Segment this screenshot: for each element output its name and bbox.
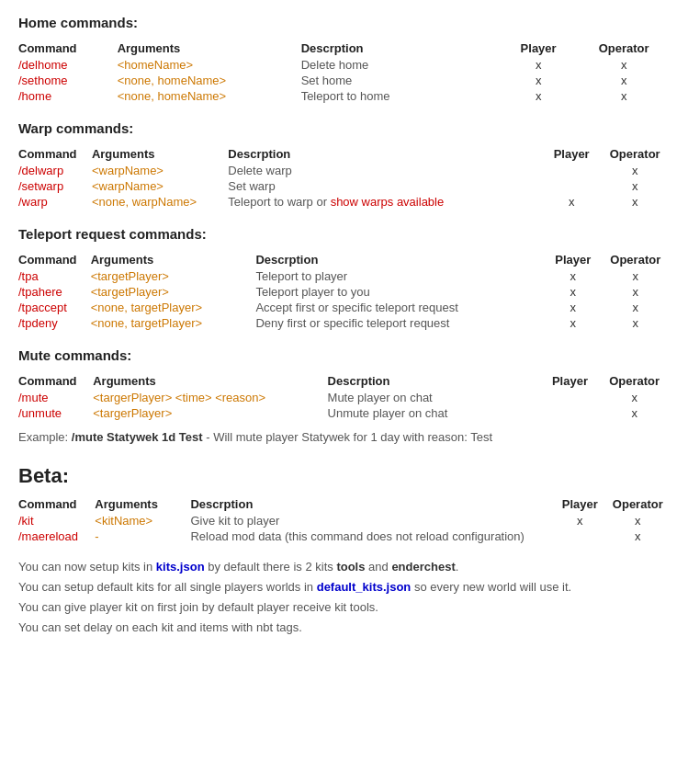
home-commands-table: Command Arguments Descrption Player Oper… — [18, 40, 670, 104]
arg-maereload: - — [95, 528, 190, 544]
desc-tpaccept: Accept first or specific teleport reques… — [255, 300, 545, 315]
arg-setwarp: <warpName> — [92, 178, 228, 194]
cmd-delwarp: /delwarp — [18, 163, 92, 178]
table-row: /warp <none, warpName> Teleport to warp … — [18, 194, 670, 210]
home-commands-section: Home commands: Command Arguments Descrpt… — [18, 15, 670, 104]
cmd-warp: /warp — [18, 194, 92, 210]
operator-tpahere: x — [607, 284, 670, 300]
player-warp: x — [543, 194, 606, 210]
table-row: /kit <kitName> Give kit to player x x — [18, 513, 670, 528]
arg-mute: <targerPlayer> <time> <reason> — [93, 390, 327, 405]
player-tpdeny: x — [545, 315, 606, 331]
table-row: /tpahere <targetPlayer> Teleport player … — [18, 284, 670, 300]
info-block: You can now setup kits in kits.json by d… — [18, 557, 670, 638]
desc-maereload: Reload mod data (this command does not r… — [190, 528, 554, 544]
arg-delhome: <homeName> — [118, 57, 301, 73]
player-tpaccept: x — [545, 300, 606, 315]
mute-example: Example: /mute Statywek 1d Test - Will m… — [18, 430, 670, 444]
table-row: /tpaccept <none, targetPlayer> Accept fi… — [18, 300, 670, 315]
col-player-beta: Player — [554, 495, 611, 513]
operator-delwarp: x — [605, 163, 670, 178]
col-command-mute: Command — [18, 372, 93, 390]
col-operator-home: Operator — [583, 40, 670, 57]
col-desc-tp: Descrption — [255, 251, 545, 268]
desc-home: Teleport to home — [301, 88, 499, 104]
operator-tpdeny: x — [607, 315, 670, 331]
player-tpa: x — [545, 268, 606, 284]
home-commands-title: Home commands: — [18, 15, 670, 30]
col-desc-home: Descrption — [301, 40, 499, 57]
arg-tpa: <targetPlayer> — [91, 268, 256, 284]
mute-example-cmd: /mute Statywek 1d Test — [72, 430, 203, 444]
mute-commands-table: Command Arguments Descrption Player Oper… — [18, 372, 670, 421]
player-mute — [541, 390, 605, 405]
desc-tpahere: Teleport player to you — [255, 284, 545, 300]
col-operator-tp: Operator — [607, 251, 670, 268]
desc-warp: Teleport to warp or show warps available — [228, 194, 543, 210]
beta-title: Beta: — [18, 464, 670, 488]
col-args-warp: Arguments — [92, 145, 228, 163]
operator-kit: x — [612, 513, 670, 528]
desc-tpdeny: Deny first or specific teleport request — [255, 315, 545, 331]
teleport-commands-title: Teleport request commands: — [18, 226, 670, 242]
table-row: /tpa <targetPlayer> Teleport to player x… — [18, 268, 670, 284]
table-row: /mute <targerPlayer> <time> <reason> Mut… — [18, 390, 670, 405]
col-player-warp: Player — [543, 145, 606, 163]
player-kit: x — [554, 513, 611, 528]
arg-kit: <kitName> — [95, 513, 190, 528]
desc-setwarp: Set warp — [228, 178, 543, 194]
arg-home: <none, homeName> — [118, 88, 301, 104]
teleport-commands-section: Teleport request commands: Command Argum… — [18, 226, 670, 331]
player-maereload — [554, 528, 611, 544]
col-player-home: Player — [499, 40, 583, 57]
arg-tpaccept: <none, targetPlayer> — [91, 300, 256, 315]
cmd-home: /home — [18, 88, 118, 104]
cmd-kit: /kit — [18, 513, 95, 528]
arg-warp: <none, warpName> — [92, 194, 228, 210]
player-delhome: x — [499, 57, 583, 73]
arg-unmute: <targerPlayer> — [93, 405, 327, 421]
col-args-beta: Arguments — [95, 495, 190, 513]
beta-section: Beta: Command Arguments Descrption Playe… — [18, 464, 670, 544]
table-row: /maereload - Reload mod data (this comma… — [18, 528, 670, 544]
col-desc-beta: Descrption — [190, 495, 554, 513]
player-delwarp — [543, 163, 606, 178]
cmd-tpahere: /tpahere — [18, 284, 91, 300]
desc-unmute: Unmute player on chat — [328, 405, 541, 421]
desc-sethome: Set home — [301, 73, 499, 88]
info-line-3: You can give player kit on first join by… — [18, 597, 670, 618]
col-operator-mute: Operator — [604, 372, 670, 390]
col-args-mute: Arguments — [93, 372, 327, 390]
operator-home: x — [583, 88, 670, 104]
desc-kit: Give kit to player — [190, 513, 554, 528]
operator-setwarp: x — [605, 178, 670, 194]
info-line-2: You can setup default kits for all singl… — [18, 577, 670, 597]
cmd-sethome: /sethome — [18, 73, 118, 88]
col-operator-beta: Operator — [612, 495, 670, 513]
table-row: /tpdeny <none, targetPlayer> Deny first … — [18, 315, 670, 331]
operator-tpaccept: x — [607, 300, 670, 315]
table-row: /sethome <none, homeName> Set home x x — [18, 73, 670, 88]
enderchest-bold: enderchest — [391, 560, 455, 574]
player-unmute — [541, 405, 605, 421]
col-desc-mute: Descrption — [328, 372, 541, 390]
cmd-unmute: /unmute — [18, 405, 93, 421]
player-home: x — [499, 88, 583, 104]
col-desc-warp: Descrption — [228, 145, 543, 163]
operator-tpa: x — [607, 268, 670, 284]
warp-commands-title: Warp commands: — [18, 120, 670, 136]
beta-table: Command Arguments Descrption Player Oper… — [18, 495, 670, 544]
arg-delwarp: <warpName> — [92, 163, 228, 178]
operator-sethome: x — [583, 73, 670, 88]
arg-tpahere: <targetPlayer> — [91, 284, 256, 300]
operator-mute: x — [604, 390, 670, 405]
cmd-tpaccept: /tpaccept — [18, 300, 91, 315]
cmd-tpa: /tpa — [18, 268, 91, 284]
table-row: /unmute <targerPlayer> Unmute player on … — [18, 405, 670, 421]
tools-bold: tools — [336, 560, 365, 574]
table-row: /delwarp <warpName> Delete warp x — [18, 163, 670, 178]
table-row: /delhome <homeName> Delete home x x — [18, 57, 670, 73]
col-player-mute: Player — [541, 372, 605, 390]
col-command-warp: Command — [18, 145, 92, 163]
player-sethome: x — [499, 73, 583, 88]
